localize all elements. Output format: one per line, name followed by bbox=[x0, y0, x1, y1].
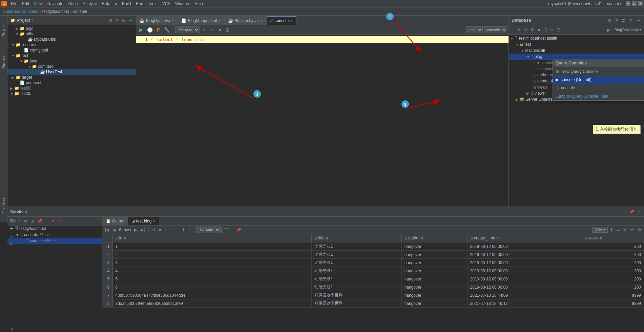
menu-file[interactable]: File bbox=[9, 1, 19, 7]
minimize-button[interactable]: ─ bbox=[626, 1, 630, 6]
run-query-button[interactable]: ▶ bbox=[138, 26, 144, 34]
tab-close-test-blog[interactable]: ✕ bbox=[153, 219, 155, 222]
db-add-button[interactable]: + bbox=[510, 26, 516, 33]
favorites-sidebar-icon[interactable]: Favorites bbox=[0, 192, 7, 219]
tab-output[interactable]: 📋 Output bbox=[102, 217, 128, 222]
tab-close-blogdao[interactable]: ✕ bbox=[171, 19, 174, 22]
db-tree-tables[interactable]: ▼ ⊞ tables 2 bbox=[509, 47, 644, 54]
structure-sidebar-icon[interactable]: Structure bbox=[0, 47, 7, 75]
tx-mode-select[interactable]: Tx: Auto bbox=[175, 26, 200, 33]
tree-item-comdao[interactable]: ▼ 📁 com.dao bbox=[7, 64, 136, 69]
menu-refactor[interactable]: Refactor bbox=[100, 1, 119, 7]
tab-console[interactable]: ⬡ console ✕ bbox=[267, 16, 296, 25]
project-sidebar-icon[interactable]: Project bbox=[0, 17, 7, 44]
tab-blogdao[interactable]: ☕ BlogDao.java ✕ bbox=[136, 16, 178, 25]
tree-item-test03[interactable]: ▶ 📁 test03 bbox=[7, 85, 136, 91]
menu-view[interactable]: View bbox=[32, 1, 45, 7]
tab-close-blogtest[interactable]: ✕ bbox=[260, 19, 263, 22]
menu-edit[interactable]: Edit bbox=[20, 1, 31, 7]
menu-help[interactable]: Help bbox=[192, 1, 205, 7]
tree-item-mybatisutils[interactable]: ☕ MybatisUtils bbox=[7, 37, 136, 42]
tree-item-utils[interactable]: ▼ 📁 utils bbox=[7, 31, 136, 37]
svc-grid-btn[interactable]: ⊞ bbox=[29, 218, 35, 222]
collapse-all-button[interactable]: ≡ bbox=[115, 17, 120, 23]
tree-item-pojo[interactable]: ▶ 📁 pojo bbox=[7, 26, 136, 31]
db-settings-button[interactable]: ⚙ bbox=[628, 17, 634, 23]
menu-navigate[interactable]: Navigate bbox=[45, 1, 65, 7]
db-tree-host[interactable]: ▼ 🗄 test@localhost 1 of 7 bbox=[509, 35, 644, 41]
db-refresh-button[interactable]: ⊕ bbox=[606, 17, 612, 23]
project-dropdown-icon[interactable]: ▾ bbox=[32, 18, 34, 22]
db-console-button[interactable]: ⬡ bbox=[542, 27, 548, 33]
menu-analyze[interactable]: Analyze bbox=[81, 1, 99, 7]
svc-add-btn[interactable]: + bbox=[44, 218, 49, 222]
breadcrumb-item-console[interactable]: console bbox=[73, 9, 87, 14]
menu-window[interactable]: Window bbox=[173, 1, 192, 7]
tree-item-target[interactable]: ▶ 📁 target bbox=[7, 75, 136, 80]
db-sort-button[interactable]: ≡ bbox=[614, 17, 619, 23]
db-tree-schema[interactable]: ▼ 🏛 test bbox=[509, 41, 644, 47]
menu-build[interactable]: Build bbox=[120, 1, 133, 7]
svc-pin-btn[interactable]: 📌 bbox=[36, 218, 44, 222]
db-stop-button[interactable]: ■ bbox=[536, 27, 541, 33]
tab-close-blogmapper[interactable]: ✕ bbox=[218, 19, 221, 22]
tab-test-blog[interactable]: ⊞ test.blog ✕ bbox=[128, 217, 159, 222]
services-btn1[interactable]: ≡ bbox=[615, 209, 620, 215]
close-panel-button[interactable]: ─ bbox=[127, 17, 133, 23]
db-edit-button[interactable]: ✏ bbox=[549, 27, 555, 33]
tab-blogmapper[interactable]: 📄 BlogMapper.xml ✕ bbox=[178, 16, 225, 25]
format-button[interactable]: 🔧 bbox=[163, 26, 171, 33]
tab-close-console[interactable]: ✕ bbox=[290, 19, 293, 23]
db-run-button[interactable]: ▶ bbox=[605, 26, 612, 33]
tree-item-test[interactable]: ▼ 📁 test bbox=[7, 53, 136, 58]
check-button[interactable]: ✓ bbox=[201, 26, 208, 33]
db-query-console-dropdown[interactable]: BlogTest.listAll ▾ bbox=[613, 27, 643, 33]
menu-vcs[interactable]: VCS bbox=[160, 1, 173, 7]
jump-to-console-files[interactable]: Jump to Query Console Files bbox=[553, 92, 644, 100]
db-sync-button[interactable]: ↺ bbox=[523, 27, 529, 33]
svc-stop-btn[interactable]: ■ bbox=[50, 218, 55, 222]
services-btn3[interactable]: 📌 bbox=[628, 209, 636, 215]
svc-rollback-btn[interactable]: ↩ bbox=[56, 218, 62, 222]
stop-button[interactable]: ■ bbox=[217, 26, 223, 33]
services-btn4[interactable]: + bbox=[636, 209, 641, 215]
tree-item-resources[interactable]: ▼ 📁 resources bbox=[7, 42, 136, 47]
menu-run[interactable]: Run bbox=[134, 1, 145, 7]
dropdown-new-query-console[interactable]: ⊕ New Query Console bbox=[553, 67, 644, 76]
breadcrumb-item-db[interactable]: Database Consoles bbox=[3, 9, 38, 14]
dropdown-console[interactable]: ⬡ console bbox=[553, 84, 644, 92]
p-button[interactable]: P bbox=[155, 26, 161, 33]
tab-blogtest[interactable]: ☕ BlogTest.java ✕ bbox=[225, 16, 266, 25]
maximize-button[interactable]: □ bbox=[632, 1, 637, 6]
services-btn2[interactable]: ⊞ bbox=[621, 209, 627, 215]
tree-item-test05[interactable]: ▼ 📁 test05 bbox=[7, 91, 136, 96]
expand-all-button[interactable]: ⊕ bbox=[108, 17, 114, 23]
target-schema-select[interactable]: test bbox=[466, 26, 483, 33]
close-button[interactable]: ✕ bbox=[638, 1, 643, 6]
tree-item-configxml[interactable]: 📄 config.xml bbox=[7, 47, 136, 53]
editor-content[interactable]: 1 ✓ select * from blog bbox=[136, 35, 508, 222]
rollback-button[interactable]: ↩ bbox=[209, 26, 216, 33]
new-console-label: New Query Console bbox=[561, 69, 598, 74]
tree-item-java[interactable]: ▼ 📁 java bbox=[7, 58, 136, 64]
db-collapse-button[interactable]: ≣ bbox=[620, 17, 626, 23]
target-console-select[interactable]: console bbox=[484, 26, 507, 33]
arrow-blog: ▼ bbox=[526, 55, 531, 59]
settings-button[interactable]: ⚙ bbox=[120, 17, 127, 23]
output-icon: 📋 bbox=[106, 219, 111, 222]
db-schema-button[interactable]: ⊞ bbox=[529, 27, 536, 33]
breadcrumb-item-host[interactable]: test@localhost bbox=[42, 9, 69, 14]
history-button[interactable]: 🕐 bbox=[146, 26, 154, 33]
db-close-button[interactable]: ─ bbox=[636, 17, 641, 23]
table-view-button[interactable]: ⊞ bbox=[224, 26, 231, 33]
db-filter-button[interactable]: ▽ bbox=[556, 27, 561, 33]
tree-item-usertest[interactable]: ☕ UserTest bbox=[7, 69, 136, 75]
tree-item-pomxml[interactable]: 📄 pom.xml bbox=[7, 80, 136, 85]
svc-collapse-btn[interactable]: ≡ bbox=[17, 218, 22, 222]
db-copy-button[interactable]: ⧉ bbox=[516, 27, 522, 33]
menu-code[interactable]: Code bbox=[66, 1, 80, 7]
dropdown-console-default[interactable]: ▶ console (Default) bbox=[553, 76, 644, 84]
svc-expand-btn[interactable]: ⊕ bbox=[22, 218, 28, 222]
menu-tools[interactable]: Tools bbox=[146, 1, 160, 7]
annotation-2: 2 bbox=[401, 100, 409, 108]
